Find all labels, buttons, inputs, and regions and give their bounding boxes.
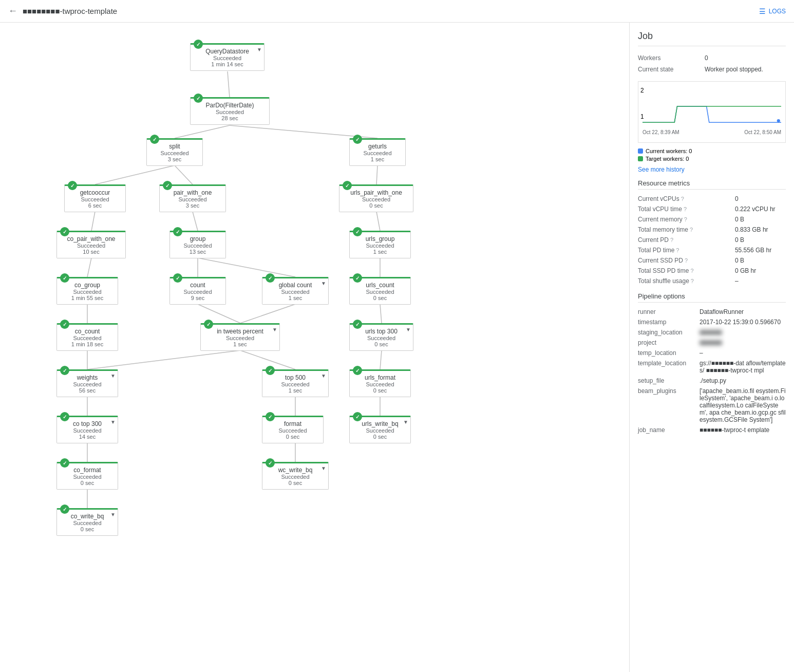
help-icon[interactable]: ? xyxy=(685,257,688,264)
node-co_write_bq[interactable]: ✓co_write_bqSucceeded0 sec▼ xyxy=(56,508,118,536)
node-co_group[interactable]: ✓co_groupSucceeded1 min 55 sec xyxy=(56,277,118,305)
node-title: ParDo(FilterDate) xyxy=(195,102,265,109)
node-co_pair_with_one[interactable]: ✓co_pair_with_oneSucceeded10 sec xyxy=(56,231,126,258)
node-top_500[interactable]: ✓top 500Succeeded1 sec▼ xyxy=(262,369,329,397)
node-urls_pair_with_one[interactable]: ✓urls_pair_with_oneSucceeded0 sec xyxy=(339,184,413,212)
option-key: project xyxy=(638,338,700,348)
chart-y-labels: 2 1 xyxy=(640,87,644,120)
node-title: urls_write_bq xyxy=(354,420,406,427)
node-split[interactable]: ✓splitSucceeded3 sec xyxy=(146,138,203,166)
metric-row: Total vCPU time ?0.222 vCPU hr xyxy=(638,204,786,214)
node-status: Succeeded xyxy=(267,289,324,295)
expand-icon[interactable]: ▼ xyxy=(272,327,277,332)
metrics-table: Current vCPUs ?0Total vCPU time ?0.222 v… xyxy=(638,194,786,286)
resource-metrics-title: Resource metrics xyxy=(638,179,786,190)
help-icon[interactable]: ? xyxy=(684,206,687,212)
check-icon: ✓ xyxy=(266,366,275,375)
node-geturls[interactable]: ✓geturlsSucceeded1 sec xyxy=(349,138,406,166)
node-co_count[interactable]: ✓co_countSucceeded1 min 18 sec xyxy=(56,323,118,351)
node-title: urls_group xyxy=(354,235,406,242)
node-weights[interactable]: ✓weightsSucceeded56 sec▼ xyxy=(56,369,118,397)
expand-icon[interactable]: ▼ xyxy=(321,373,326,379)
metric-label: Total memory time ? xyxy=(638,225,715,235)
chart-svg xyxy=(642,86,781,127)
node-global_count[interactable]: ✓global countSucceeded1 sec▼ xyxy=(262,277,329,305)
node-getcooccur[interactable]: ✓getcooccurSucceeded6 sec xyxy=(64,184,126,212)
node-count[interactable]: ✓countSucceeded9 sec xyxy=(169,277,226,305)
option-row: timestamp2017-10-22 15:39:0 0.596670 xyxy=(638,317,786,327)
node-title: urls_count xyxy=(354,282,406,289)
help-icon[interactable]: ? xyxy=(681,196,684,202)
node-urls_count[interactable]: ✓urls_countSucceeded0 sec xyxy=(349,277,411,305)
node-title: wc_write_bq xyxy=(267,466,324,474)
expand-icon[interactable]: ▼ xyxy=(321,465,326,471)
node-urls_format[interactable]: ✓urls_formatSucceeded0 sec xyxy=(349,369,411,397)
logs-button[interactable]: ☰ LOGS xyxy=(759,7,786,15)
metric-label: Current memory ? xyxy=(638,214,715,225)
node-group[interactable]: ✓groupSucceeded13 sec xyxy=(169,231,226,258)
check-icon: ✓ xyxy=(266,458,275,468)
node-status: Succeeded xyxy=(61,242,121,249)
svg-line-1 xyxy=(175,125,230,138)
pipeline-panel[interactable]: ✓QueryDatastoreSucceeded1 min 14 sec▼✓Pa… xyxy=(0,23,630,672)
node-co_format[interactable]: ✓co_formatSucceeded0 sec xyxy=(56,462,118,490)
node-in_tweets_percent[interactable]: ✓in tweets percentSucceeded1 sec▼ xyxy=(200,323,280,351)
check-icon: ✓ xyxy=(60,412,69,421)
svg-line-11 xyxy=(198,258,295,277)
node-time: 1 min 18 sec xyxy=(61,341,114,347)
option-key: runner xyxy=(638,307,700,317)
node-title: in tweets percent xyxy=(205,328,275,335)
check-icon: ✓ xyxy=(68,181,77,190)
option-value: ■■■■■■ xyxy=(700,327,786,338)
option-row: runnerDataflowRunner xyxy=(638,307,786,317)
node-pair_with_one[interactable]: ✓pair_with_oneSucceeded3 sec xyxy=(159,184,226,212)
expand-icon[interactable]: ▼ xyxy=(257,47,262,52)
see-more-history-link[interactable]: See more history xyxy=(638,166,786,173)
help-icon[interactable]: ? xyxy=(676,247,679,253)
state-label: Current state xyxy=(638,64,705,75)
node-title: urls top 300 xyxy=(354,328,409,335)
check-icon: ✓ xyxy=(60,320,69,329)
node-time: 28 sec xyxy=(195,115,265,121)
node-format[interactable]: ✓formatSucceeded0 sec xyxy=(262,416,324,443)
option-key: beam_plugins xyxy=(638,386,700,425)
expand-icon[interactable]: ▼ xyxy=(110,373,116,379)
target-workers-dot xyxy=(638,156,643,161)
node-urls_group[interactable]: ✓urls_groupSucceeded1 sec xyxy=(349,231,411,258)
nav-left: ← ■■■■■■■■-twproc-template xyxy=(8,6,117,16)
logs-icon: ☰ xyxy=(759,7,766,15)
help-icon[interactable]: ? xyxy=(690,227,693,233)
expand-icon[interactable]: ▼ xyxy=(110,419,116,425)
node-co_top_300[interactable]: ✓co top 300Succeeded14 sec▼ xyxy=(56,416,118,443)
option-value: 2017-10-22 15:39:0 0.596670 xyxy=(700,317,786,327)
help-icon[interactable]: ? xyxy=(691,278,694,284)
current-workers-dot xyxy=(638,148,643,154)
node-time: 0 sec xyxy=(354,295,406,301)
help-icon[interactable]: ? xyxy=(690,268,693,274)
node-wc_write_bq[interactable]: ✓wc_write_bqSucceeded0 sec▼ xyxy=(262,462,329,490)
option-row: job_name■■■■■■-twproc-t emplate xyxy=(638,425,786,435)
metric-label: Total shuffle usage ? xyxy=(638,276,715,286)
node-title: co_pair_with_one xyxy=(61,235,121,242)
x-label-end: Oct 22, 8:50 AM xyxy=(744,129,781,135)
expand-icon[interactable]: ▼ xyxy=(406,327,411,332)
back-button[interactable]: ← xyxy=(8,6,17,16)
metric-label: Current vCPUs ? xyxy=(638,194,715,204)
help-icon[interactable]: ? xyxy=(670,237,673,243)
check-icon: ✓ xyxy=(60,273,69,283)
expand-icon[interactable]: ▼ xyxy=(403,419,408,425)
node-urls_write_bq[interactable]: ✓urls_write_bqSucceeded0 sec▼ xyxy=(349,416,411,443)
expand-icon[interactable]: ▼ xyxy=(321,281,326,286)
metric-row: Total shuffle usage ?– xyxy=(638,276,786,286)
option-value: ■■■■■■-twproc-t emplate xyxy=(700,425,786,435)
node-title: global count xyxy=(267,282,324,289)
node-time: 56 sec xyxy=(61,387,114,394)
node-urls_top_300[interactable]: ✓urls top 300Succeeded0 sec▼ xyxy=(349,323,413,351)
node-QueryDatastore[interactable]: ✓QueryDatastoreSucceeded1 min 14 sec▼ xyxy=(190,43,264,71)
check-icon: ✓ xyxy=(353,273,362,283)
svg-line-5 xyxy=(376,165,377,184)
expand-icon[interactable]: ▼ xyxy=(110,512,116,517)
help-icon[interactable]: ? xyxy=(684,216,687,222)
node-ParDo_FilterDate[interactable]: ✓ParDo(FilterDate)Succeeded28 sec xyxy=(190,97,270,125)
check-icon: ✓ xyxy=(266,412,275,421)
